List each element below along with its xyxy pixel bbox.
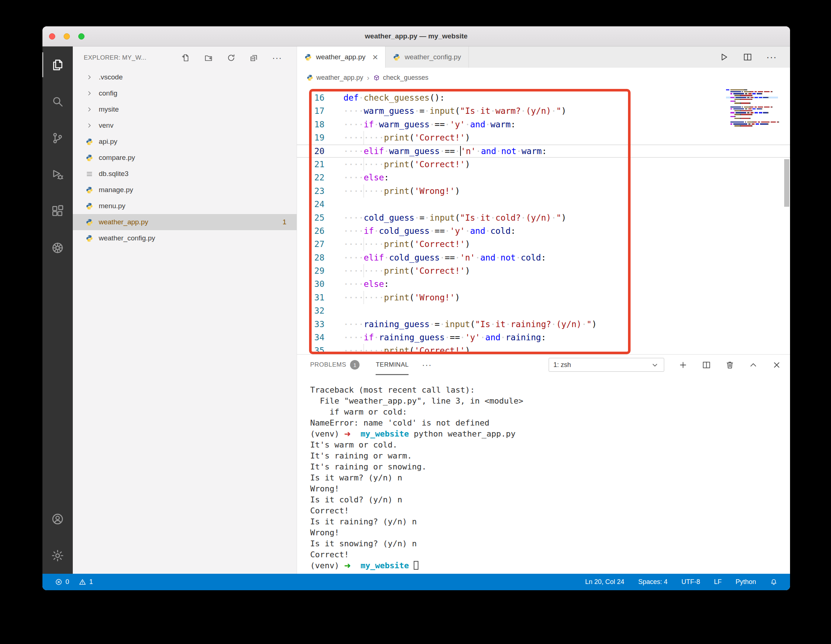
terminal-line: Correct! xyxy=(310,505,783,516)
titlebar[interactable]: weather_app.py — my_website xyxy=(43,26,790,46)
explorer-item-venv[interactable]: venv xyxy=(73,118,297,134)
status-problems[interactable]: 0 1 xyxy=(55,578,93,586)
line-number: 17 xyxy=(297,104,325,118)
run-python-file-button[interactable] xyxy=(720,52,729,62)
explorer-item-weather-app-py[interactable]: weather_app.py1 xyxy=(73,214,297,230)
line-number: 28 xyxy=(297,251,325,264)
warning-count: 1 xyxy=(89,578,93,586)
line-number: 34 xyxy=(297,331,325,344)
new-file-button[interactable] xyxy=(181,53,190,62)
error-icon xyxy=(55,578,62,586)
explorer-item-weather-config-py[interactable]: weather_config.py xyxy=(73,230,297,246)
activity-bar-kubernetes[interactable] xyxy=(43,230,73,266)
split-terminal-button[interactable] xyxy=(702,360,711,370)
split-editor-button[interactable] xyxy=(743,52,752,62)
explorer-item-api-py[interactable]: api.py xyxy=(73,134,297,150)
breadcrumb-item[interactable]: check_guesses xyxy=(373,74,428,81)
explorer-item-menu-py[interactable]: menu.py xyxy=(73,198,297,214)
terminal-shell-select[interactable]: 1: zsh xyxy=(549,358,664,372)
chevron-right-icon xyxy=(84,122,95,129)
code-line-17[interactable]: 17····warm_guess·=·input("Is·it·warm?·(y… xyxy=(297,104,790,118)
tab-weather-config-py[interactable]: weather_config.py xyxy=(385,46,468,68)
maximize-panel-button[interactable] xyxy=(749,360,758,370)
line-number: 22 xyxy=(297,171,325,184)
explorer-item-db-sqlite3[interactable]: db.sqlite3 xyxy=(73,166,297,182)
vscode-window: weather_app.py — my_website EXPLORER: MY… xyxy=(43,26,790,590)
code-line-25[interactable]: 25····cold_guess·=·input("Is·it·cold?·(y… xyxy=(297,211,790,224)
activity-bar-source-control[interactable] xyxy=(43,120,73,156)
code-line-23[interactable]: 23········print('Wrong!') xyxy=(297,185,790,198)
code-line-33[interactable]: 33····raining_guess·=·input("Is·it·raini… xyxy=(297,317,790,331)
notifications-bell-icon[interactable] xyxy=(770,578,778,586)
code-line-35[interactable]: 35········print('Correct!') xyxy=(297,344,790,354)
code-line-18[interactable]: 18····if·warm_guess·==·'y'·and·warm: xyxy=(297,118,790,131)
line-number: 33 xyxy=(297,317,325,331)
code-line-22[interactable]: 22····else: xyxy=(297,171,790,184)
panel-more-actions-button[interactable]: ··· xyxy=(422,360,431,370)
chevron-right-icon xyxy=(84,90,95,97)
close-window-button[interactable] xyxy=(49,33,55,40)
line-number: 32 xyxy=(297,304,325,317)
code-line-27[interactable]: 27········print('Correct!') xyxy=(297,238,790,251)
breadcrumb: weather_app.py›check_guesses xyxy=(297,68,790,88)
panel-tab-terminal[interactable]: TERMINAL xyxy=(376,355,409,375)
code-line-29[interactable]: 29········print('Correct!') xyxy=(297,264,790,277)
activity-bar-search[interactable] xyxy=(43,83,73,120)
editor-actions: ··· xyxy=(706,46,790,68)
terminal-line: Is it cold? (y/n) n xyxy=(310,494,783,505)
terminal-line: NameError: name 'cold' is not defined xyxy=(310,418,783,429)
explorer-item-mysite[interactable]: mysite xyxy=(73,101,297,118)
explorer-title: EXPLORER: MY_W... xyxy=(84,54,181,62)
line-number: 16 xyxy=(297,91,325,104)
activity-bar-account[interactable] xyxy=(43,501,73,537)
activity-bar-extensions[interactable] xyxy=(43,193,73,230)
tab-weather-app-py[interactable]: weather_app.py× xyxy=(297,46,385,68)
new-terminal-button[interactable] xyxy=(678,360,688,370)
panel-tab-problems[interactable]: PROBLEMS1 xyxy=(310,355,360,375)
code-line-28[interactable]: 28····elif·cold_guess·==·'n'·and·not·col… xyxy=(297,251,790,264)
explorer-item-config[interactable]: config xyxy=(73,85,297,101)
activity-bar-settings[interactable] xyxy=(43,537,73,574)
python-icon xyxy=(393,53,401,61)
status-cursor-position[interactable]: Ln 20, Col 24 xyxy=(585,578,624,586)
python-file-icon xyxy=(84,234,95,242)
close-panel-button[interactable] xyxy=(772,360,781,370)
explorer-item-compare-py[interactable]: compare.py xyxy=(73,150,297,166)
code-line-32[interactable]: 32 xyxy=(297,304,790,317)
status-encoding[interactable]: UTF-8 xyxy=(681,578,700,586)
activity-bar-run-debug[interactable] xyxy=(43,156,73,193)
status-indentation[interactable]: Spaces: 4 xyxy=(638,578,667,586)
kill-terminal-button[interactable] xyxy=(725,360,734,370)
new-folder-button[interactable] xyxy=(204,53,213,62)
tab-close-button[interactable]: × xyxy=(373,52,378,62)
minimize-window-button[interactable] xyxy=(64,33,70,40)
status-language[interactable]: Python xyxy=(735,578,756,586)
line-number: 18 xyxy=(297,118,325,131)
code-line-19[interactable]: 19········print('Correct!') xyxy=(297,131,790,144)
code-line-30[interactable]: 30····else: xyxy=(297,277,790,290)
collapse-all-button[interactable] xyxy=(250,53,258,62)
code-line-20[interactable]: 20····elif·warm_guess·==·'n'·and·not·war… xyxy=(297,145,790,158)
breadcrumb-item[interactable]: weather_app.py xyxy=(307,74,363,81)
terminal[interactable]: Traceback (most recent call last): File … xyxy=(297,375,790,574)
explorer-item--vscode[interactable]: .vscode xyxy=(73,69,297,85)
symbol-method-icon xyxy=(373,74,380,81)
code-line-34[interactable]: 34····if·raining_guess·==·'y'·and·rainin… xyxy=(297,331,790,344)
code-line-26[interactable]: 26····if·cold_guess·==·'y'·and·cold: xyxy=(297,224,790,238)
activity-bar-explorer[interactable] xyxy=(43,46,73,83)
refresh-button[interactable] xyxy=(227,53,236,62)
zoom-window-button[interactable] xyxy=(78,33,84,40)
code-line-31[interactable]: 31········print('Wrong!') xyxy=(297,291,790,304)
code-line-16[interactable]: 16def·check_guesses(): xyxy=(297,91,790,104)
code-line-24[interactable]: 24 xyxy=(297,198,790,211)
minimap[interactable] xyxy=(726,89,778,127)
code-editor[interactable]: 16def·check_guesses():17····warm_guess·=… xyxy=(297,88,790,354)
code-line-21[interactable]: 21········print('Correct!') xyxy=(297,158,790,171)
status-eol[interactable]: LF xyxy=(714,578,722,586)
more-button[interactable]: ··· xyxy=(272,56,282,60)
explorer-item-manage-py[interactable]: manage.py xyxy=(73,182,297,198)
traffic-lights xyxy=(49,26,84,46)
editor-scrollbar[interactable] xyxy=(784,159,789,207)
editor-more-actions-button[interactable]: ··· xyxy=(766,52,777,63)
window-title: weather_app.py — my_website xyxy=(365,32,468,40)
